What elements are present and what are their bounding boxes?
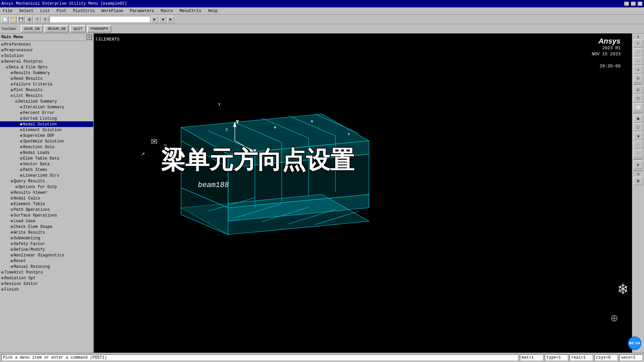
tree-item-spotweld-solution[interactable]: ⊞ SpotWeld Solution <box>0 138 93 144</box>
left-panel: Main Menu ✕ ⊞ Preferences⊞ Preprocessor⊟… <box>0 34 94 353</box>
view-top-button[interactable]: ⬜ <box>634 103 643 111</box>
tree-item-nonlinear-diagnostics[interactable]: ⊞ Nonlinear Diagnostics <box>0 252 93 258</box>
tree-item-load-case[interactable]: ⊞ Load Case <box>0 218 93 224</box>
save-db-button[interactable]: SAVE_DB <box>21 25 43 33</box>
extra-button[interactable]: ▤ <box>634 177 643 185</box>
menu-file[interactable]: File <box>1 8 14 14</box>
powrgrph-button[interactable]: POWRGRPH <box>87 25 112 33</box>
shading-button[interactable]: ◑ <box>634 132 643 140</box>
zoom-out-button[interactable]: − <box>634 48 643 56</box>
tree-item-label: Solution <box>4 54 24 58</box>
tree-item-safety-factor[interactable]: ⊞ Safety Factor <box>0 241 93 247</box>
tree-prefix-icon: ⊞ <box>20 145 22 149</box>
new-icon[interactable]: 📄 <box>1 16 9 23</box>
tree-item-reset[interactable]: ⊞ Reset <box>0 258 93 264</box>
tree-item-elem-table-data[interactable]: ⊞ Elem Table Data <box>0 156 93 161</box>
minimize-button[interactable]: − <box>624 1 629 6</box>
next-icon[interactable]: ▶ <box>167 16 174 23</box>
display-button[interactable]: ▦ <box>634 115 643 123</box>
tree-item-label: Safety Factor <box>14 242 45 246</box>
tree-item-query-results[interactable]: ⊞ Query Results <box>0 178 93 184</box>
tree-item-read-results[interactable]: ⊞ Read Results <box>0 76 93 81</box>
command-input[interactable] <box>50 16 150 23</box>
tree-item-percent-error[interactable]: ⊞ Percent Error <box>0 110 93 116</box>
tree-item-options-for-outp[interactable]: ⊞ Options for Outp <box>0 184 93 190</box>
pan-button[interactable]: ↔ <box>634 57 643 65</box>
tree-item-session-editor[interactable]: ⊞ Session Editor <box>0 281 93 287</box>
tree-item-iteration-summary[interactable]: ⊞ Iteration Summary <box>0 104 93 110</box>
panel-close-button[interactable]: ✕ <box>87 35 92 40</box>
tree-item-element-solution[interactable]: ⊞ Element Solution <box>0 127 93 133</box>
menu-workplane[interactable]: WorkPlane <box>100 8 124 14</box>
tree-prefix-icon: ⊞ <box>1 270 4 275</box>
rotate-button[interactable]: ↺ <box>634 66 643 74</box>
close-button[interactable]: ✕ <box>637 1 643 6</box>
tree-item-reaction-solu[interactable]: ⊞ Reaction Solu <box>0 144 93 150</box>
tree-item-failure-criteria[interactable]: ⊞ Failure Criteria <box>0 81 93 87</box>
menu-macro[interactable]: Macro <box>159 8 174 14</box>
tree-item-nodal-solution[interactable]: ■ Nodal Solution <box>0 121 93 127</box>
view-front-button[interactable]: ◫ <box>634 86 643 94</box>
arrow-down-button[interactable]: ↓ <box>634 149 643 158</box>
tree-item-label: Nonlinear Diagnostics <box>14 253 64 258</box>
tree-item-nodal-loads[interactable]: ⊞ Nodal Loads <box>0 150 93 156</box>
tree-item-path-items[interactable]: ⊞ Path Items <box>0 167 93 173</box>
help2-icon[interactable]: ? <box>34 16 41 23</box>
zoom-in-button[interactable]: + <box>634 40 643 48</box>
chinese-text-overlay: 梁单元方向点设置 <box>161 144 354 176</box>
tree-item-submodeling[interactable]: ⊞ Submodeling <box>0 235 93 241</box>
tree-item-data-&-file-opts[interactable]: ⊟ Data & File Opts <box>0 64 93 70</box>
prev-icon[interactable]: ◀ <box>159 16 166 23</box>
menu-plot[interactable]: Plot <box>55 8 68 14</box>
tree-item-superelem-dof[interactable]: ⊞ Superelem DOF <box>0 133 93 138</box>
menu-help[interactable]: Help <box>207 8 219 14</box>
svg-point-30 <box>348 133 350 135</box>
tree-item-define/modify[interactable]: ⊞ Define/Modify <box>0 247 93 252</box>
tree-item-preferences[interactable]: ⊞ Preferences <box>0 42 93 47</box>
tree-item-path-operations[interactable]: ⊟ Path Operations <box>0 207 93 213</box>
menu-list[interactable]: List <box>39 8 51 14</box>
tree-item-timehist-postpro[interactable]: ⊞ TimeHist Postpro <box>0 269 93 275</box>
tree-item-write-results[interactable]: ⊞ Write Results <box>0 230 93 235</box>
maximize-button[interactable]: □ <box>631 1 636 6</box>
tree-item-sorted-listing[interactable]: ⊞ Sorted Listing <box>0 116 93 121</box>
run-icon[interactable]: ▶ <box>151 16 158 23</box>
edge-button[interactable]: ⬡ <box>634 123 643 131</box>
tree-item-label: Superelem DOF <box>23 133 55 138</box>
tree-item-check-elem-shape[interactable]: ⊞ Check Elem Shape <box>0 224 93 230</box>
save-icon[interactable]: 💾 <box>17 16 25 23</box>
view-iso-button[interactable]: ⬡ <box>634 95 643 103</box>
tree-item-nodal-calcs[interactable]: ⊞ Nodal Calcs <box>0 195 93 201</box>
tree-item-finish[interactable]: ⊞ Finish <box>0 287 93 292</box>
arrow-up-button[interactable]: ↑ <box>634 141 643 149</box>
tree-item-detailed-summary[interactable]: ⊟ Detailed Summary <box>0 99 93 104</box>
menu-parameters[interactable]: Parameters <box>128 8 155 14</box>
menu-plotctrls[interactable]: PlotCtrls <box>72 8 96 14</box>
tree-container[interactable]: ⊞ Preferences⊞ Preprocessor⊟ Solution⊞ G… <box>0 41 93 353</box>
tree-item-manual-rezoning[interactable]: ⊞ Manual Rezoning <box>0 264 93 269</box>
tree-item-plot-results[interactable]: ⊞ Plot Results <box>0 87 93 93</box>
tree-item-general-postproc[interactable]: ⊞ General Postproc <box>0 59 93 64</box>
resum-db-button[interactable]: RESUM_DB <box>44 25 69 33</box>
tree-item-vector-data[interactable]: ⊞ Vector Data <box>0 161 93 167</box>
fit-button[interactable]: ⊡ <box>634 74 643 82</box>
settings-button[interactable]: ⚙ <box>634 161 643 169</box>
tree-item-list-results[interactable]: ⊟ List Results <box>0 93 93 99</box>
tree-item-results-viewer[interactable]: ⊞ Results Viewer <box>0 190 93 195</box>
tree-item-solution[interactable]: ⊟ Solution <box>0 53 93 59</box>
print-icon[interactable]: 🖨 <box>25 16 33 23</box>
tree-item-element-table[interactable]: ⊞ Element Table <box>0 201 93 207</box>
tree-item-preprocessor[interactable]: ⊞ Preprocessor <box>0 47 93 53</box>
tree-item-linearized-strs[interactable]: ⊞ Linearized Strs <box>0 173 93 178</box>
list-icon[interactable]: ≡ <box>42 16 49 23</box>
timer-button[interactable]: 00:04 <box>628 337 641 350</box>
tree-item-results-summary[interactable]: ⊞ Results Summary <box>0 70 93 76</box>
open-icon[interactable]: 📂 <box>9 16 17 23</box>
tree-prefix-icon: ⊟ <box>11 94 13 98</box>
tree-item-radiation-opt[interactable]: ⊞ Radiation Opt <box>0 275 93 281</box>
quit-button[interactable]: QUIT <box>70 25 86 33</box>
viewport[interactable]: 1 ELEMENTS Ansys 2023 R1 NOV 15 2023 20:… <box>94 34 644 353</box>
menu-menuctrls[interactable]: MenuCtrls <box>178 8 203 14</box>
tree-item-surface-operations[interactable]: ⊞ Surface Operations <box>0 213 93 218</box>
menu-select[interactable]: Select <box>18 8 35 14</box>
